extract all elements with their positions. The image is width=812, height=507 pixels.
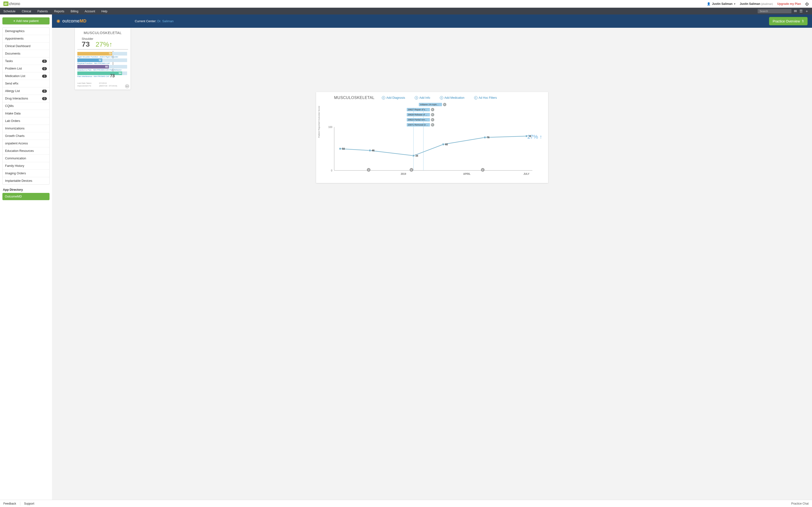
practice-overview-button[interactable]: Practice Overview ⚕ [769,17,808,25]
svg-text:46: 46 [372,150,374,152]
power-icon[interactable]: ⏻ [805,2,809,6]
chart-card: MUSCULOSKELETAL +Add Diagnosis+Add Info+… [316,92,548,183]
visit-marker[interactable]: V [410,168,413,172]
sidebar-item-clinical-dashboard[interactable]: Clinical Dashboard [3,43,49,50]
patient-nav-list: DemographicsAppointmentsClinical Dashboa… [2,27,50,185]
sidebar-item-cqms[interactable]: CQMs [3,102,49,110]
chart-improvement-pct: 27% ↑ [527,134,542,140]
sidebar-item-drug-interactions[interactable]: Drug Interactions0 [3,95,49,102]
add-medication-link[interactable]: +Add Medication [440,96,464,100]
svg-text:50: 50 [342,148,345,150]
search-input[interactable] [758,9,792,13]
baseline-value: 73 [110,73,115,78]
intervention-pill[interactable]: 29828 Release of ...✎ [407,113,434,116]
nav-patients[interactable]: Patients [38,10,48,13]
add-patient-button[interactable]: Add new patient [2,17,50,24]
plus-icon[interactable]: ＋ [805,9,809,13]
caret-down-icon [734,2,735,6]
sidebar-item-medication-list[interactable]: Medication List1 [3,72,49,80]
svg-rect-17 [484,137,486,138]
badge: 0 [42,67,47,70]
summary-card: MUSCULOSKELETAL Shoulder 73 27%↑ 73Right… [75,28,131,90]
intervention-pill[interactable]: 29827 Repair of s...✎ [407,108,434,111]
user-name: Justin Saliman [712,2,732,6]
stethoscope-icon: ⚕ [802,19,804,23]
edit-icon[interactable]: ✎ [431,123,434,126]
score-bar: 66Reaction to Pain - NIH PROMIS CAT Pain… [77,65,128,71]
intervention-pill[interactable]: 29824 Partial rem...✎ [407,118,434,121]
mail-icon[interactable]: ✉ [794,9,797,13]
score-bar: 52Physical Function - NIH PROMIS CAT [77,58,128,64]
sidebar-item-lab-orders[interactable]: Lab Orders [3,117,49,125]
navbar: ScheduleClinicalPatientsReportsBillingAc… [0,8,812,14]
logo-prefix: dr [3,1,8,6]
badge: 0 [42,60,47,63]
sidebar-item-demographics[interactable]: Demographics [3,27,49,35]
overall-score: 73 [82,40,90,48]
add-diagnosis-link[interactable]: +Add Diagnosis [382,96,405,100]
sidebar-item-education-resources[interactable]: Education Resources [3,147,49,155]
nav-account[interactable]: Account [85,10,95,13]
sidebar-item-allergy-list[interactable]: Allergy List0 [3,88,49,95]
nav-billing[interactable]: Billing [70,10,78,13]
logo[interactable]: dr chrono [3,1,20,6]
nav-clinical[interactable]: Clinical [22,10,31,13]
sidebar-item-imaging-orders[interactable]: Imaging Orders [3,170,49,177]
svg-text:34: 34 [415,155,418,157]
pause-icon[interactable]: ❚❚ [125,84,129,88]
plus-circle-icon: + [474,96,477,100]
badge: 1 [42,74,47,78]
summary-meta: Last Date Taken: Improvement %: 07/15/19… [77,82,128,87]
sidebar: Add new patient DemographicsAppointments… [0,14,52,500]
sidebar-item-growth-charts[interactable]: Growth Charts [3,132,49,140]
svg-text:0: 0 [331,169,332,172]
sidebar-item-implantable-devices[interactable]: Implantable Devices [3,177,49,184]
intervention-pill[interactable]: Voltaren 1% topic...✎ [419,103,446,106]
current-center: Current Center: Dr. Saliman [135,19,173,23]
sidebar-item-tasks[interactable]: Tasks0 [3,57,49,65]
sidebar-item-communication[interactable]: Communication [3,155,49,162]
user-icon: 👤 [707,2,711,6]
user-display: Justin Saliman (jdsaliman) [740,2,773,6]
svg-rect-11 [369,150,371,152]
sidebar-item-family-history[interactable]: Family History [3,162,49,170]
plus-circle-icon: + [415,96,418,100]
svg-rect-9 [339,148,341,150]
topbar: dr chrono 👤 Justin Saliman Justin Salima… [0,0,812,8]
svg-rect-13 [412,155,414,157]
sidebar-item-onpatient-access[interactable]: onpatient Access [3,140,49,147]
svg-text:76: 76 [487,136,490,139]
visit-marker[interactable]: V [481,168,485,172]
edit-icon[interactable]: ✎ [431,108,434,111]
sidebar-item-problem-list[interactable]: Problem List0 [3,65,49,72]
svg-text:2019: 2019 [401,173,406,175]
sidebar-item-appointments[interactable]: Appointments [3,35,49,43]
svg-rect-15 [442,144,444,145]
list-icon[interactable]: ☰ [800,9,803,13]
score-bars: 73Right Shoulder Function - ASES Right S… [77,51,128,77]
nav-reports[interactable]: Reports [54,10,64,13]
edit-icon[interactable]: ✎ [431,118,434,121]
user-dropdown[interactable]: 👤 Justin Saliman [707,2,735,6]
outcomemd-logo: ✺ outcomeMD [56,18,87,24]
badge: 0 [42,97,47,100]
ad-hoc-filters-link[interactable]: +Ad Hoc Filters [474,96,497,100]
nav-help[interactable]: Help [101,10,108,13]
main-content: ✺ outcomeMD Current Center: Dr. Saliman … [52,14,812,500]
edit-icon[interactable]: ✎ [431,113,434,116]
edit-icon[interactable]: ✎ [443,103,446,106]
sidebar-item-intake-data[interactable]: Intake Data [3,110,49,117]
nav-schedule[interactable]: Schedule [3,10,15,13]
sidebar-item-immunizations[interactable]: Immunizations [3,125,49,132]
center-link[interactable]: Dr. Saliman [157,19,173,23]
sidebar-item-send-erx[interactable]: Send eRx [3,80,49,88]
plus-circle-icon: + [440,96,443,100]
sidebar-item-documents[interactable]: Documents [3,50,49,57]
sidebar-item-outcomemd[interactable]: OutcomeMD [2,193,50,200]
logo-suffix: chrono [9,2,20,6]
add-info-link[interactable]: +Add Info [415,96,430,100]
intervention-pill[interactable]: 23071 Removal (3 ...✎ [407,123,434,126]
upgrade-link[interactable]: Upgrade my Plan [777,2,801,6]
score-bar: 94Pain Interference - NIH PROMIS CAT [77,71,128,77]
svg-text:JULY: JULY [523,173,529,175]
